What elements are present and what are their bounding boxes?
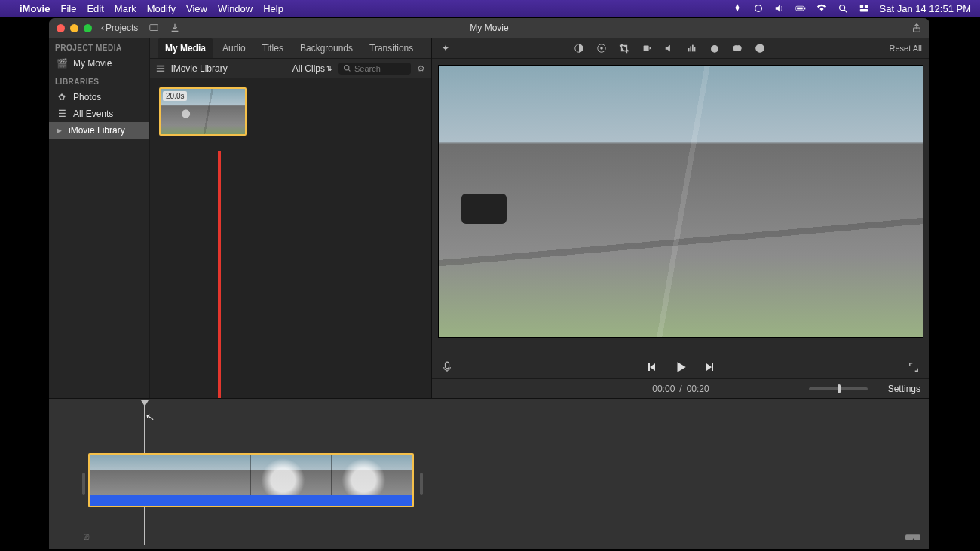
time-display-row: 00:00 / 00:20 Settings <box>432 378 929 398</box>
window-zoom-button[interactable] <box>84 24 92 32</box>
color-balance-icon[interactable] <box>574 43 586 54</box>
timeline-clip[interactable] <box>88 453 414 507</box>
crop-icon[interactable] <box>619 43 631 54</box>
menu-modify[interactable]: Modify <box>147 3 176 14</box>
tab-titles[interactable]: Titles <box>255 38 291 58</box>
share-icon[interactable] <box>911 23 922 33</box>
app-menu[interactable]: iMovie <box>20 3 50 14</box>
prev-frame-button[interactable] <box>645 361 657 373</box>
viewer <box>432 59 929 356</box>
timeline-track <box>49 453 919 510</box>
timeline-options-icon[interactable]: ⎚ <box>84 531 89 542</box>
fullscreen-icon[interactable] <box>908 362 919 372</box>
svg-rect-10 <box>157 65 164 66</box>
window-close-button[interactable] <box>57 24 65 32</box>
browser-header: iMovie Library All Clips ⇅ ⚙ <box>150 59 431 78</box>
trim-handle-right[interactable] <box>420 473 423 495</box>
menu-mark[interactable]: Mark <box>115 3 136 14</box>
import-tool-icon[interactable] <box>149 23 159 33</box>
tab-backgrounds[interactable]: Backgrounds <box>292 38 360 58</box>
svg-rect-5 <box>859 5 862 8</box>
window-minimize-button[interactable] <box>70 24 78 32</box>
sidebar-item-label: Photos <box>73 92 101 103</box>
svg-rect-17 <box>644 45 649 51</box>
auto-enhance-icon[interactable]: ✦ <box>439 43 452 54</box>
color-correct-icon[interactable] <box>596 43 608 54</box>
menu-view[interactable]: View <box>186 3 207 14</box>
spotlight-icon[interactable] <box>838 3 848 14</box>
cursor-icon: ↖ <box>145 410 156 424</box>
tab-audio[interactable]: Audio <box>215 38 253 58</box>
svg-rect-18 <box>688 48 690 51</box>
search-field[interactable] <box>338 63 411 75</box>
svg-point-13 <box>345 66 349 70</box>
menu-extra-circle-icon[interactable] <box>753 3 764 14</box>
movie-icon: 🎬 <box>57 58 67 69</box>
menu-edit[interactable]: Edit <box>87 3 103 14</box>
zoom-slider[interactable] <box>809 387 868 390</box>
trim-handle-left[interactable] <box>82 473 85 495</box>
volume-icon[interactable] <box>774 3 785 14</box>
calendar-icon: ☰ <box>57 109 67 119</box>
reset-all-button[interactable]: Reset All <box>890 44 922 53</box>
window-title: My Movie <box>49 23 929 33</box>
svg-rect-6 <box>864 5 867 8</box>
play-button[interactable] <box>674 360 688 374</box>
imovie-window: ‹ Projects My Movie PROJECT MEDIA 🎬 My M… <box>49 18 929 549</box>
tab-transitions[interactable]: Transitions <box>362 38 421 58</box>
import-download-icon[interactable] <box>170 23 180 33</box>
browser-settings-icon[interactable]: ⚙ <box>417 63 425 74</box>
menu-file[interactable]: File <box>60 3 76 14</box>
clips-area: 20.0s <box>150 78 431 398</box>
volume-adjust-icon[interactable] <box>664 43 676 54</box>
sidebar-item-label: iMovie Library <box>69 125 125 136</box>
tab-my-media[interactable]: My Media <box>158 38 213 58</box>
svg-rect-7 <box>859 9 868 12</box>
speed-icon[interactable] <box>709 43 721 54</box>
vr-icon[interactable] <box>905 533 920 542</box>
menu-help[interactable]: Help <box>263 3 283 14</box>
list-view-icon[interactable] <box>156 64 165 73</box>
menu-extra-icon[interactable] <box>732 3 743 14</box>
next-frame-button[interactable] <box>704 361 716 373</box>
sidebar-item-imovie-library[interactable]: ▶ iMovie Library <box>49 122 149 139</box>
timeline-settings-button[interactable]: Settings <box>888 384 920 394</box>
adjustments-toolbar: ✦ Reset All <box>432 38 929 59</box>
sidebar-section-libraries: LIBRARIES <box>49 72 149 89</box>
svg-rect-21 <box>694 47 696 51</box>
annotation-arrow-icon <box>218 151 221 415</box>
timeline[interactable]: ↖ ⎚ <box>49 398 929 549</box>
battery-icon[interactable] <box>795 3 806 14</box>
current-time: 00:00 <box>652 384 675 394</box>
equalizer-icon[interactable] <box>687 43 699 54</box>
svg-point-16 <box>601 47 604 50</box>
back-to-projects-button[interactable]: ‹ Projects <box>101 23 138 33</box>
sidebar-item-label: All Events <box>73 109 113 119</box>
macos-menubar: iMovie File Edit Mark Modify View Window… <box>0 0 980 17</box>
preview-frame[interactable] <box>438 65 923 338</box>
voiceover-mic-icon[interactable] <box>443 361 452 373</box>
stabilize-icon[interactable] <box>642 43 654 54</box>
media-clip-thumbnail[interactable]: 20.0s <box>159 87 247 136</box>
svg-point-4 <box>839 5 844 11</box>
sidebar-item-all-events[interactable]: ☰ All Events <box>49 106 149 122</box>
svg-point-0 <box>755 5 761 12</box>
media-browser: My Media Audio Titles Backgrounds Transi… <box>150 38 432 398</box>
svg-rect-2 <box>797 8 803 10</box>
control-center-icon[interactable] <box>859 3 869 14</box>
sidebar-project-item[interactable]: 🎬 My Movie <box>49 55 149 72</box>
clip-filter-dropdown[interactable]: All Clips ⇅ <box>292 63 332 74</box>
photos-icon: ✿ <box>57 92 67 103</box>
sidebar-item-photos[interactable]: ✿ Photos <box>49 89 149 106</box>
menubar-clock[interactable]: Sat Jan 14 12:51 PM <box>880 3 971 14</box>
info-icon[interactable] <box>755 43 767 54</box>
clip-audio-waveform <box>90 495 412 506</box>
search-input[interactable] <box>354 64 400 73</box>
sidebar-section-project: PROJECT MEDIA <box>49 38 149 55</box>
filter-icon[interactable] <box>732 43 744 54</box>
svg-rect-26 <box>445 362 449 369</box>
menu-window[interactable]: Window <box>218 3 253 14</box>
wifi-icon[interactable] <box>816 3 827 14</box>
svg-rect-3 <box>804 8 804 10</box>
clip-duration-badge: 20.0s <box>163 91 187 101</box>
